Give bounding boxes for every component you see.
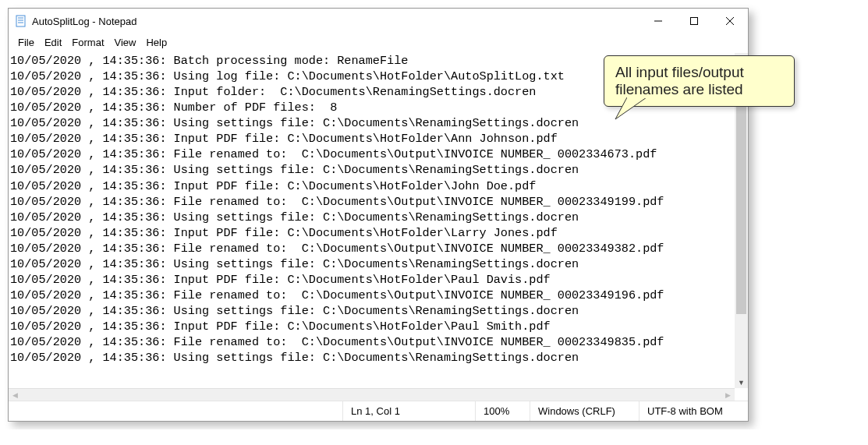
horizontal-scrollbar[interactable]: ◀ ▶ <box>9 388 735 401</box>
callout-line1: All input files/output <box>615 64 783 81</box>
status-lncol: Ln 1, Col 1 <box>342 401 475 421</box>
annotation-callout: All input files/output filenames are lis… <box>604 55 795 107</box>
titlebar[interactable]: AutoSplitLog - Notepad <box>9 9 748 34</box>
menu-view[interactable]: View <box>110 35 141 50</box>
menu-file[interactable]: File <box>13 35 39 50</box>
minimize-button[interactable] <box>640 9 676 34</box>
close-button[interactable] <box>712 9 748 34</box>
maximize-button[interactable] <box>676 9 712 34</box>
scroll-down-arrow-icon[interactable]: ▼ <box>735 376 748 388</box>
callout-line2: filenames are listed <box>615 81 783 98</box>
scroll-right-arrow-icon[interactable]: ▶ <box>721 389 735 401</box>
svg-rect-5 <box>691 18 698 25</box>
svg-rect-0 <box>16 16 25 26</box>
menu-help[interactable]: Help <box>141 35 172 50</box>
status-eol: Windows (CRLF) <box>530 401 639 421</box>
window-title: AutoSplitLog - Notepad <box>32 16 640 27</box>
status-encoding: UTF-8 with BOM <box>639 401 748 421</box>
status-zoom: 100% <box>475 401 530 421</box>
menu-format[interactable]: Format <box>67 35 108 50</box>
scroll-left-arrow-icon[interactable]: ◀ <box>9 389 22 401</box>
window-controls <box>640 9 748 34</box>
notepad-window: AutoSplitLog - Notepad File Edit Format … <box>8 8 749 422</box>
statusbar: Ln 1, Col 1 100% Windows (CRLF) UTF-8 wi… <box>9 401 748 421</box>
menu-edit[interactable]: Edit <box>40 35 66 50</box>
callout-tail-icon <box>611 97 650 121</box>
notepad-app-icon <box>15 15 27 27</box>
menubar: File Edit Format View Help <box>9 34 748 53</box>
